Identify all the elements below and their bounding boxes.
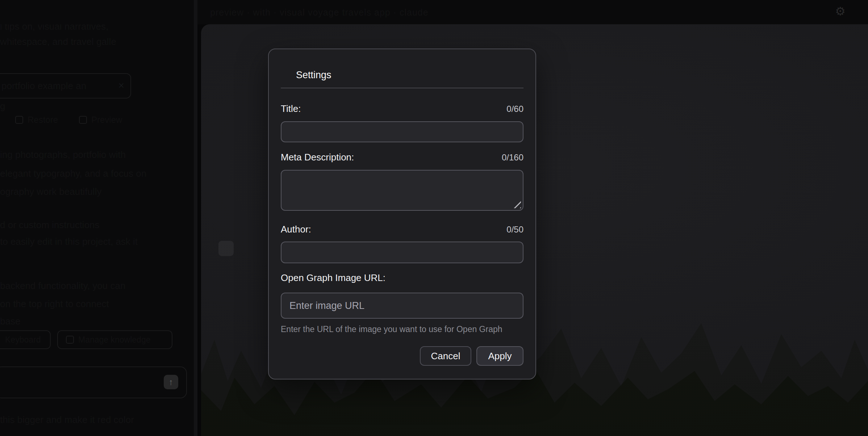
sidebar-panel-divider (194, 0, 197, 436)
og-image-helper-text: Enter the URL of the image you want to u… (281, 324, 523, 334)
chat-input[interactable] (0, 366, 187, 398)
send-icon: ↑ (169, 377, 173, 387)
topbar: preview · with · visual voyage travels a… (0, 0, 868, 24)
assistant-text-line: on the top right to connect (0, 298, 167, 310)
modal-divider (281, 88, 523, 88)
meta-description-wrapper (281, 170, 523, 211)
og-image-url-input[interactable] (281, 293, 523, 319)
title-field-header: Title: 0/60 (281, 103, 523, 114)
sidebar-intro-line: l tips on, visual narratives, (0, 24, 156, 32)
assistant-text-line: backend functionality, you can (0, 280, 178, 292)
sidebar-intro-line: whitespace, and travel galle (0, 36, 156, 47)
assistant-text-line: d or custom instructions (0, 219, 163, 231)
assistant-text-line: to easily edit in this project, ask it (0, 236, 181, 247)
og-image-url-label: Open Graph Image URL: (281, 272, 385, 283)
topbar-url-text: preview · with · visual voyage travels a… (210, 6, 429, 18)
og-image-field-header: Open Graph Image URL: (281, 272, 523, 283)
keyboard-button[interactable]: Keyboard (0, 330, 51, 349)
send-button[interactable]: ↑ (164, 375, 178, 389)
manage-knowledge-label: Manage knowledge (78, 335, 150, 345)
assistant-text-line: base (0, 315, 43, 327)
meta-description-field-header: Meta Description: 0/160 (281, 152, 523, 163)
gear-icon[interactable]: ⚙ (835, 5, 846, 18)
modal-title: Settings (296, 69, 523, 81)
keyboard-button-label: Keyboard (5, 335, 41, 345)
chat-sidebar: l tips on, visual narratives, whitespace… (0, 24, 194, 436)
manage-knowledge-button[interactable]: Manage knowledge (57, 330, 172, 349)
author-field-header: Author: 0/50 (281, 224, 523, 235)
restore-label: Restore (28, 115, 58, 125)
restore-icon (15, 116, 23, 124)
cancel-button[interactable]: Cancel (420, 346, 471, 366)
author-label: Author: (281, 224, 311, 235)
modal-button-row: Cancel Apply (281, 346, 523, 366)
user-message-text: this bigger and make it red color (0, 414, 170, 425)
title-label: Title: (281, 103, 301, 114)
apply-button[interactable]: Apply (476, 346, 523, 366)
author-input[interactable] (281, 242, 523, 263)
assistant-text-line: ography work beautifully (0, 186, 138, 197)
knowledge-icon (66, 336, 74, 344)
assistant-text-line: ing photographs, portfolio with (0, 149, 159, 160)
meta-description-textarea[interactable] (281, 170, 523, 211)
restore-action[interactable]: Restore (15, 114, 58, 126)
settings-modal: Settings Title: 0/60 Meta Description: 0… (268, 49, 536, 380)
meta-description-counter: 0/160 (502, 152, 523, 163)
author-counter: 0/50 (506, 224, 523, 235)
meta-description-label: Meta Description: (281, 152, 354, 163)
preview-label: Preview (91, 115, 122, 125)
preview-icon (79, 116, 87, 124)
title-counter: 0/60 (506, 104, 523, 114)
notice-text: portfolio example an (1, 80, 86, 92)
notice-overflow-text: g (0, 100, 5, 112)
app-root: { "colors": { "page_bg": "#070708", "pan… (0, 0, 868, 436)
notice-box: portfolio example an ✕ (0, 73, 131, 98)
faint-background-button (218, 241, 234, 256)
preview-action[interactable]: Preview (79, 114, 122, 126)
assistant-text-line: elegant typography, and a focus on (0, 168, 188, 179)
close-icon[interactable]: ✕ (118, 81, 125, 91)
title-input[interactable] (281, 121, 523, 142)
